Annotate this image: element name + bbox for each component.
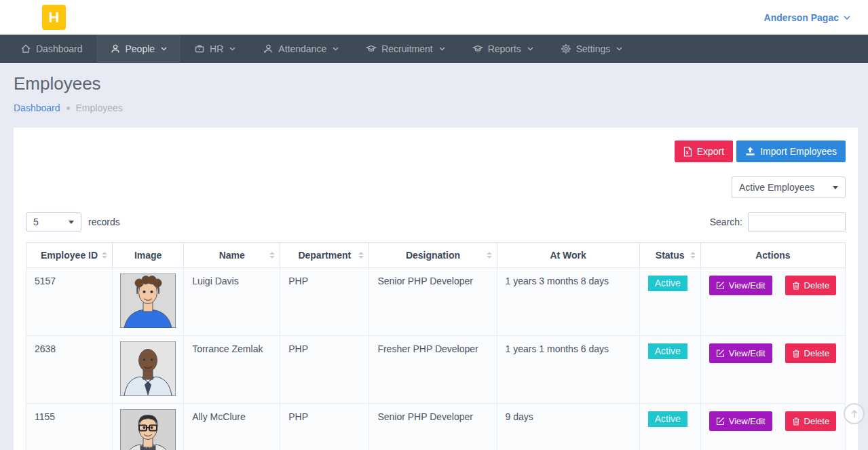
column-header-at-work: At Work [497,243,639,268]
nav-item-settings[interactable]: Settings [547,35,637,63]
toolbar: Export Import Employees [26,140,846,162]
chevron-down-icon [333,47,339,51]
nav-label: Recruitment [381,43,432,54]
employee-department-cell: PHP [280,268,369,336]
employee-department-cell: PHP [280,336,369,404]
person-icon [110,43,121,54]
status-badge: Active [648,276,687,291]
search-input[interactable] [748,212,846,231]
employee-name-cell: Ally McClure [184,404,280,450]
breadcrumb: Dashboard Employees [14,102,854,113]
nav-item-recruitment[interactable]: Recruitment [352,35,458,63]
table-row: 1155 Ally McClure PHP Senior PHP Develop… [26,404,846,450]
sort-icon [358,252,364,259]
employee-designation-cell: Fresher PHP Developer [369,336,497,404]
caret-down-icon [833,186,838,189]
trash-icon [792,417,800,426]
export-button-label: Export [697,146,724,157]
edit-icon [716,349,725,358]
delete-button[interactable]: Delete [785,343,837,363]
employee-actions-cell: View/Edit Delete [700,336,845,404]
chevron-down-icon [439,47,445,51]
caret-down-icon [69,221,74,224]
employee-filter-value: Active Employees [739,182,814,193]
nav-label: Attendance [278,43,326,54]
employee-at-work-cell: 9 days [497,404,639,450]
nav-item-dashboard[interactable]: Dashboard [7,35,96,63]
nav-label: People [126,43,155,54]
page-title: Employees [14,73,854,94]
top-header: H Anderson Pagac [0,0,868,35]
column-header-image: Image [113,243,184,268]
employees-table-body: 5157 Luigi Davis PHP Senior PHP Develope… [26,268,846,450]
home-icon [20,43,31,54]
trash-icon [792,349,800,358]
status-badge: Active [648,343,687,359]
status-badge: Active [648,411,687,427]
person-icon [263,43,273,54]
breadcrumb-dashboard-link[interactable]: Dashboard [14,102,60,113]
employee-id-cell: 2638 [26,336,113,404]
employee-designation-cell: Senior PHP Developer [369,268,497,336]
delete-button[interactable]: Delete [785,411,837,431]
employee-photo[interactable] [120,341,176,396]
column-header-name[interactable]: Name [184,243,280,268]
employee-name-cell: Torrance Zemlak [184,336,280,404]
content-panel: Export Import Employees Active Employees… [14,128,858,450]
nav-item-people[interactable]: People [96,35,181,63]
app-logo[interactable]: H [42,5,66,30]
records-per-page-select[interactable]: 5 [26,212,81,231]
employee-name-cell: Luigi Davis [184,268,280,336]
employees-table: Employee ID Image Name Department Design… [26,242,846,450]
employee-at-work-cell: 1 years 3 months 8 days [497,268,639,336]
nav-item-attendance[interactable]: Attendance [249,35,352,63]
employee-status-cell: Active [639,268,700,336]
view-edit-button[interactable]: View/Edit [709,276,772,295]
employee-photo[interactable] [120,274,176,328]
table-controls: 5 records Search: [26,212,846,231]
sort-icon [690,252,696,259]
briefcase-icon [194,43,205,54]
employee-filter-select[interactable]: Active Employees [732,176,846,198]
breadcrumb-separator [67,107,70,110]
records-label: records [88,217,120,227]
nav-label: Settings [576,43,611,54]
breadcrumb-current: Employees [76,102,123,113]
table-row: 2638 Torrance Zemlak PHP Fresher PHP Dev… [26,336,846,404]
employee-photo[interactable] [120,409,176,450]
user-menu[interactable]: Anderson Pagac [764,12,850,23]
main-nav: Dashboard People HR Attendance Recruitme… [0,35,868,63]
scroll-to-top-button[interactable] [844,403,865,424]
nav-label: HR [210,43,223,54]
column-header-status[interactable]: Status [639,243,700,268]
user-name: Anderson Pagac [764,12,839,23]
nav-item-hr[interactable]: HR [181,35,249,63]
employee-image-cell [113,268,184,336]
delete-button[interactable]: Delete [785,276,837,295]
employee-designation-cell: Senior PHP Developer [369,404,497,450]
import-employees-button[interactable]: Import Employees [736,140,846,162]
edit-icon [716,417,725,426]
graduation-cap-icon [366,43,377,54]
export-button[interactable]: Export [675,140,733,162]
view-edit-button[interactable]: View/Edit [709,411,772,431]
employee-image-cell [113,336,184,404]
nav-item-reports[interactable]: Reports [459,35,547,63]
chevron-down-icon [229,47,235,51]
column-header-actions: Actions [700,243,845,268]
trash-icon [792,281,800,290]
nav-label: Dashboard [36,43,83,54]
graduation-cap-icon [472,43,483,54]
column-header-designation[interactable]: Designation [369,243,497,268]
table-row: 5157 Luigi Davis PHP Senior PHP Develope… [26,268,846,336]
edit-icon [716,281,725,290]
page-header: Employees Dashboard Employees [0,63,868,128]
view-edit-button[interactable]: View/Edit [709,343,772,363]
excel-file-icon [683,147,692,157]
column-header-department[interactable]: Department [280,243,369,268]
gear-icon [561,43,571,54]
sort-icon [102,252,107,259]
column-header-employee-id[interactable]: Employee ID [26,243,113,268]
nav-label: Reports [488,43,521,54]
chevron-down-icon [161,47,167,51]
